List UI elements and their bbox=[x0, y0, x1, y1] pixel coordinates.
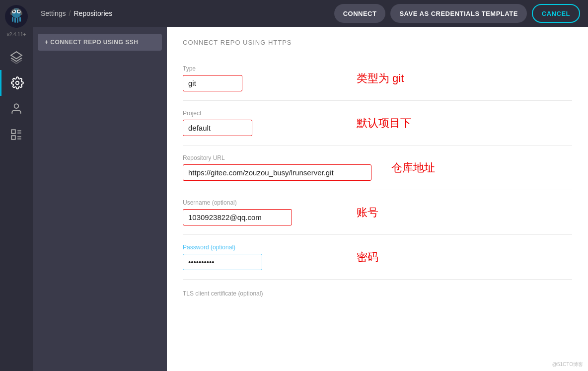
content-area: + CONNECT REPO USING SSH CONNECT REPO US… bbox=[33, 27, 588, 371]
topbar: Settings / Repositories CONNECT SAVE AS … bbox=[33, 0, 588, 27]
sub-sidebar: + CONNECT REPO USING SSH bbox=[33, 27, 167, 371]
svg-marker-12 bbox=[11, 52, 22, 59]
annotation-username: 账号 bbox=[357, 205, 378, 220]
svg-point-4 bbox=[13, 10, 15, 12]
input-username[interactable] bbox=[183, 209, 292, 225]
label-password: Password (optional) bbox=[183, 244, 342, 251]
field-col-username: Username (optional) bbox=[183, 199, 342, 225]
label-project: Project bbox=[183, 110, 342, 117]
label-username: Username (optional) bbox=[183, 199, 342, 206]
form-title: CONNECT REPO USING HTTPS bbox=[183, 39, 572, 46]
annotation-project: 默认项目下 bbox=[357, 116, 411, 131]
svg-rect-16 bbox=[11, 136, 15, 140]
form-area: CONNECT REPO USING HTTPS Type 类型为 git Pr… bbox=[167, 27, 588, 371]
field-col-repo-url: Repository URL bbox=[183, 154, 371, 181]
svg-rect-10 bbox=[10, 12, 12, 15]
input-password[interactable] bbox=[183, 254, 262, 270]
svg-point-13 bbox=[15, 81, 19, 85]
input-type[interactable] bbox=[183, 75, 242, 91]
svg-rect-7 bbox=[14, 17, 16, 23]
field-group-password: Password (optional) 密码 bbox=[183, 235, 572, 280]
svg-point-5 bbox=[18, 10, 20, 12]
field-col-type: Type bbox=[183, 65, 342, 91]
annotation-repo-url: 仓库地址 bbox=[391, 160, 435, 175]
label-repo-url: Repository URL bbox=[183, 154, 371, 161]
field-group-project: Project 默认项目下 bbox=[183, 101, 572, 146]
field-group-repo-url: Repository URL 仓库地址 bbox=[183, 146, 572, 190]
cancel-button[interactable]: CANCEL bbox=[532, 4, 580, 23]
watermark: @51CTO博客 bbox=[552, 361, 583, 368]
tls-section: TLS client certificate (optional) bbox=[183, 280, 572, 306]
svg-rect-8 bbox=[17, 17, 18, 23]
field-group-username: Username (optional) 账号 bbox=[183, 190, 572, 235]
annotation-type: 类型为 git bbox=[357, 71, 404, 86]
field-group-type: Type 类型为 git bbox=[183, 56, 572, 101]
label-type: Type bbox=[183, 65, 342, 72]
field-col-project: Project bbox=[183, 110, 342, 136]
label-tls: TLS client certificate (optional) bbox=[183, 290, 263, 297]
svg-rect-6 bbox=[12, 17, 13, 22]
connect-ssh-button[interactable]: + CONNECT REPO USING SSH bbox=[38, 34, 162, 51]
breadcrumb-current: Repositories bbox=[74, 9, 112, 17]
svg-rect-15 bbox=[11, 130, 15, 134]
connect-button[interactable]: CONNECT bbox=[334, 4, 386, 23]
svg-point-14 bbox=[14, 104, 19, 108]
annotation-password: 密码 bbox=[357, 250, 378, 265]
field-col-password: Password (optional) bbox=[183, 244, 342, 270]
sidebar-item-list[interactable] bbox=[0, 122, 33, 148]
main-area: Settings / Repositories CONNECT SAVE AS … bbox=[33, 0, 588, 371]
breadcrumb: Settings / Repositories bbox=[41, 9, 112, 17]
sidebar: v2.4.11+ bbox=[0, 0, 33, 371]
save-template-button[interactable]: SAVE AS CREDENTIALS TEMPLATE bbox=[390, 4, 526, 23]
svg-rect-9 bbox=[19, 17, 21, 22]
sidebar-item-layers[interactable] bbox=[0, 44, 33, 70]
sidebar-item-user[interactable] bbox=[0, 96, 33, 122]
sidebar-item-settings[interactable] bbox=[0, 70, 33, 96]
breadcrumb-parent: Settings bbox=[41, 9, 66, 17]
breadcrumb-separator: / bbox=[69, 9, 71, 17]
input-repo-url[interactable] bbox=[183, 164, 371, 181]
version-label: v2.4.11+ bbox=[7, 32, 26, 37]
logo bbox=[5, 5, 28, 30]
svg-rect-11 bbox=[20, 12, 22, 15]
input-project[interactable] bbox=[183, 120, 252, 136]
